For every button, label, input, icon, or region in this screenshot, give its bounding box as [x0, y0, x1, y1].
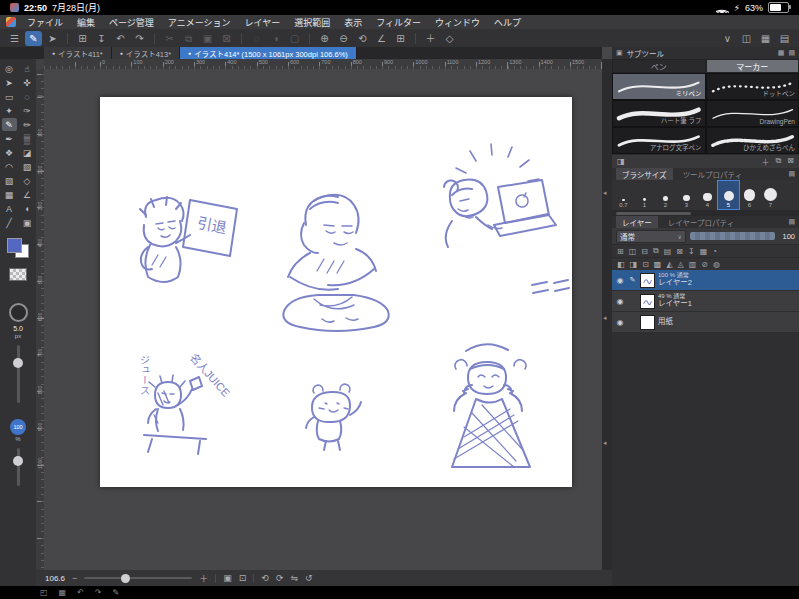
zoom-in-icon[interactable]: ⊕: [316, 31, 333, 46]
tab-layer[interactable]: レイヤー: [616, 216, 658, 228]
add-icon[interactable]: ＋: [422, 31, 439, 46]
opacity-indicator[interactable]: 100: [10, 419, 26, 435]
fit-to-screen-icon[interactable]: ▣: [223, 573, 232, 583]
reset-rotation-icon[interactable]: ↺: [305, 573, 313, 583]
new-folder-icon[interactable]: ◫: [629, 247, 637, 256]
move-canvas-tool[interactable]: ☝: [20, 62, 35, 75]
blend-mode-select[interactable]: 通常 ∨: [616, 230, 686, 243]
decoration-tool[interactable]: ❖: [2, 146, 17, 159]
layer-mask-icon[interactable]: ▦: [700, 247, 708, 256]
brush-size-palette-toggle-icon[interactable]: ▦: [757, 31, 774, 46]
subtool-brush[interactable]: ハート筆 ラフ: [612, 100, 706, 127]
menu-item[interactable]: ページ管理: [102, 16, 161, 29]
redo-icon[interactable]: ↷: [131, 31, 148, 46]
menu-item[interactable]: ウィンドウ: [428, 16, 487, 29]
new-layer-icon[interactable]: ⊞: [617, 247, 624, 256]
lasso-tool[interactable]: ◌: [20, 90, 35, 103]
balloon-tool[interactable]: ◖: [20, 202, 35, 215]
auto-select-tool[interactable]: ✦: [2, 104, 17, 117]
layer-visibility-eye-icon[interactable]: ◉: [615, 276, 625, 285]
sub-view-tool[interactable]: ▣: [20, 216, 35, 229]
figure-tool[interactable]: ◇: [20, 174, 35, 187]
fill-tool[interactable]: ▨: [20, 160, 35, 173]
menu-item[interactable]: ヘルプ: [487, 16, 528, 29]
delete-subtool-button[interactable]: ⊠: [787, 156, 794, 167]
opacity-slider[interactable]: [17, 448, 20, 486]
layer-move-tool[interactable]: ✜: [20, 76, 35, 89]
actual-pixels-icon[interactable]: ⊡: [239, 573, 247, 583]
correct-line-tool[interactable]: ╱: [2, 216, 17, 229]
zoom-slider[interactable]: [84, 577, 192, 579]
app-logo-icon[interactable]: [6, 17, 16, 27]
brush-size-option[interactable]: 2: [655, 181, 676, 209]
brush-size-option[interactable]: 7: [760, 181, 781, 209]
menu-item[interactable]: アニメーション: [161, 16, 238, 29]
layer-visibility-eye-icon[interactable]: ◉: [615, 318, 625, 327]
dock-collapse-arrow-icon[interactable]: ◂: [603, 189, 607, 197]
cut-icon[interactable]: ✂: [161, 31, 178, 46]
draft-layer-icon[interactable]: ⊘: [701, 260, 708, 269]
layer-visibility-eye-icon[interactable]: ◉: [615, 297, 625, 306]
blend-tool[interactable]: ◠: [2, 160, 17, 173]
rotate-right-icon[interactable]: ⟳: [276, 573, 284, 583]
lock-layer-icon[interactable]: ◨: [630, 260, 638, 269]
onion-skin-icon[interactable]: ◔: [712, 247, 717, 256]
zoom-out-button[interactable]: −: [72, 573, 77, 583]
brush-size-slider[interactable]: [17, 345, 20, 403]
layer-row[interactable]: ◉49 % 通常レイヤー1: [612, 291, 799, 312]
invert-selection-icon[interactable]: ◑: [267, 31, 284, 46]
tab-tool-property[interactable]: ツールプロパティ: [677, 168, 749, 180]
flip-horizontal-icon[interactable]: ⇋: [290, 573, 298, 583]
special-ruler-icon[interactable]: ◇: [441, 31, 458, 46]
subtool-list-view-icon[interactable]: ▤: [788, 49, 795, 57]
subtool-brush[interactable]: ドットペン: [706, 73, 799, 100]
zoom-tool[interactable]: ◎: [2, 62, 17, 75]
menu-item[interactable]: フィルター: [369, 16, 428, 29]
edge-pen-settings-icon[interactable]: ✎: [113, 588, 120, 597]
select-mode-icon[interactable]: ➤: [44, 31, 61, 46]
snap-ruler-icon[interactable]: ∠: [373, 31, 390, 46]
eyedropper-tool[interactable]: ✑: [20, 104, 35, 117]
layer-row[interactable]: ◉✎100 % 通常レイヤー2: [612, 270, 799, 291]
subtool-brush[interactable]: DrawingPen: [706, 100, 799, 127]
new-canvas-icon[interactable]: ⊞: [74, 31, 91, 46]
rotate-canvas-icon[interactable]: ⟲: [354, 31, 371, 46]
subtool-palette-toggle-icon[interactable]: ◫: [738, 31, 755, 46]
menu-item[interactable]: レイヤー: [238, 16, 288, 29]
eraser-tool[interactable]: ◪: [20, 146, 35, 159]
grid-icon[interactable]: ⊞: [392, 31, 409, 46]
airbrush-tool[interactable]: ▒: [20, 132, 35, 145]
paste-icon[interactable]: ▣: [199, 31, 216, 46]
duplicate-layer-icon[interactable]: ⧉: [653, 246, 659, 256]
save-icon[interactable]: ↧: [93, 31, 110, 46]
deselect-icon[interactable]: ◌: [248, 31, 265, 46]
brush-size-option[interactable]: 4: [697, 181, 718, 209]
add-subtool-button[interactable]: ＋: [762, 156, 770, 167]
ruler-tool[interactable]: ∠: [20, 188, 35, 201]
subtool-brush[interactable]: アナログ文字ペン: [612, 127, 706, 154]
rotate-left-icon[interactable]: ⟲: [261, 573, 269, 583]
subtool-tab[interactable]: ペン: [612, 59, 706, 73]
tab-brush-size[interactable]: ブラシサイズ: [616, 168, 673, 180]
layer-color-icon[interactable]: ◭: [666, 260, 672, 269]
pen-mode-icon[interactable]: ✎: [25, 31, 42, 46]
tone-icon[interactable]: ▩: [654, 260, 662, 269]
text-tool[interactable]: A: [2, 202, 17, 215]
subtool-grid-view-icon[interactable]: ▦: [778, 49, 785, 57]
layer-palette-toggle-icon[interactable]: ▤: [776, 31, 793, 46]
dock-collapse-arrow-icon[interactable]: ◂: [603, 314, 607, 322]
edge-palette-icon[interactable]: ◰: [40, 588, 48, 597]
layer-opacity-slider[interactable]: [690, 232, 775, 240]
document-tab[interactable]: ●イラスト414* (1500 x 1061px 300dpi 106.6%): [180, 47, 357, 59]
zoom-out-icon[interactable]: ⊖: [335, 31, 352, 46]
import-icon[interactable]: ↧: [688, 247, 695, 256]
transparent-color-swatch[interactable]: [9, 268, 27, 281]
merge-down-icon[interactable]: ▤: [664, 247, 672, 256]
stroke-preview-toggle-icon[interactable]: ◨: [617, 157, 625, 166]
transfer-down-icon[interactable]: ⊟: [641, 247, 648, 256]
tab-layer-property[interactable]: レイヤープロパティ: [662, 216, 740, 228]
brush-size-option[interactable]: 1: [634, 181, 655, 209]
subtool-tab[interactable]: マーカー: [706, 59, 799, 73]
edge-undo-icon[interactable]: ↶: [77, 588, 84, 597]
copy-icon[interactable]: ⧉: [180, 31, 197, 46]
